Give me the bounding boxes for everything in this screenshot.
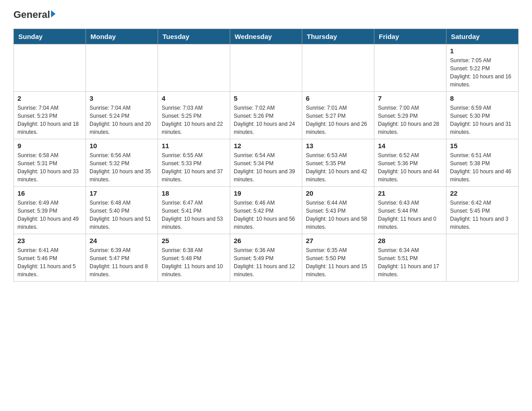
day-cell: 7Sunrise: 7:00 AM Sunset: 5:29 PM Daylig…: [374, 92, 446, 139]
day-cell: 15Sunrise: 6:51 AM Sunset: 5:38 PM Dayli…: [446, 139, 519, 187]
day-number: 21: [378, 189, 442, 197]
weekday-header-thursday: Thursday: [302, 29, 374, 44]
day-cell: [374, 44, 446, 92]
day-cell: [14, 44, 86, 92]
day-info: Sunrise: 6:38 AM Sunset: 5:48 PM Dayligh…: [162, 246, 226, 278]
day-info: Sunrise: 6:59 AM Sunset: 5:30 PM Dayligh…: [450, 104, 515, 136]
day-info: Sunrise: 6:47 AM Sunset: 5:41 PM Dayligh…: [162, 199, 226, 231]
day-info: Sunrise: 7:00 AM Sunset: 5:29 PM Dayligh…: [378, 104, 442, 136]
day-info: Sunrise: 6:49 AM Sunset: 5:39 PM Dayligh…: [17, 199, 82, 231]
day-number: 22: [450, 189, 515, 197]
day-number: 19: [234, 189, 298, 197]
day-number: 9: [17, 142, 82, 150]
day-info: Sunrise: 7:01 AM Sunset: 5:27 PM Dayligh…: [306, 104, 370, 136]
day-cell: [230, 44, 302, 92]
day-number: 6: [306, 94, 370, 102]
logo-general-text: General: [13, 9, 50, 21]
day-info: Sunrise: 6:55 AM Sunset: 5:33 PM Dayligh…: [162, 151, 226, 184]
day-info: Sunrise: 6:56 AM Sunset: 5:32 PM Dayligh…: [90, 151, 154, 184]
day-cell: 16Sunrise: 6:49 AM Sunset: 5:39 PM Dayli…: [14, 187, 86, 234]
day-info: Sunrise: 7:04 AM Sunset: 5:23 PM Dayligh…: [17, 104, 82, 136]
day-cell: [302, 44, 374, 92]
day-number: 16: [17, 189, 82, 197]
day-cell: 6Sunrise: 7:01 AM Sunset: 5:27 PM Daylig…: [302, 92, 374, 139]
day-cell: 3Sunrise: 7:04 AM Sunset: 5:24 PM Daylig…: [86, 92, 158, 139]
week-row-2: 2Sunrise: 7:04 AM Sunset: 5:23 PM Daylig…: [14, 92, 519, 139]
day-number: 8: [450, 94, 515, 102]
day-cell: [86, 44, 158, 92]
day-number: 11: [162, 142, 226, 150]
day-number: 17: [90, 189, 154, 197]
day-info: Sunrise: 6:43 AM Sunset: 5:44 PM Dayligh…: [378, 199, 442, 231]
weekday-header-tuesday: Tuesday: [158, 29, 230, 44]
day-cell: 13Sunrise: 6:53 AM Sunset: 5:35 PM Dayli…: [302, 139, 374, 187]
day-info: Sunrise: 6:52 AM Sunset: 5:36 PM Dayligh…: [378, 151, 442, 184]
day-info: Sunrise: 6:44 AM Sunset: 5:43 PM Dayligh…: [306, 199, 370, 231]
day-info: Sunrise: 6:39 AM Sunset: 5:47 PM Dayligh…: [90, 246, 154, 278]
day-number: 3: [90, 94, 154, 102]
day-cell: 19Sunrise: 6:46 AM Sunset: 5:42 PM Dayli…: [230, 187, 302, 234]
day-cell: 26Sunrise: 6:36 AM Sunset: 5:49 PM Dayli…: [230, 234, 302, 282]
logo-general: General: [13, 9, 56, 21]
day-cell: [446, 234, 519, 282]
weekday-header-monday: Monday: [86, 29, 158, 44]
logo-arrow-icon: [51, 10, 56, 17]
day-cell: 1Sunrise: 7:05 AM Sunset: 5:22 PM Daylig…: [446, 44, 519, 92]
day-info: Sunrise: 6:58 AM Sunset: 5:31 PM Dayligh…: [17, 151, 82, 184]
page-header: General: [13, 9, 519, 20]
day-cell: [158, 44, 230, 92]
calendar-table: SundayMondayTuesdayWednesdayThursdayFrid…: [13, 29, 519, 282]
day-cell: 17Sunrise: 6:48 AM Sunset: 5:40 PM Dayli…: [86, 187, 158, 234]
weekday-header-sunday: Sunday: [14, 29, 86, 44]
day-info: Sunrise: 6:54 AM Sunset: 5:34 PM Dayligh…: [234, 151, 298, 184]
day-info: Sunrise: 7:02 AM Sunset: 5:26 PM Dayligh…: [234, 104, 298, 136]
day-cell: 21Sunrise: 6:43 AM Sunset: 5:44 PM Dayli…: [374, 187, 446, 234]
day-cell: 11Sunrise: 6:55 AM Sunset: 5:33 PM Dayli…: [158, 139, 230, 187]
day-cell: 25Sunrise: 6:38 AM Sunset: 5:48 PM Dayli…: [158, 234, 230, 282]
day-number: 13: [306, 142, 370, 150]
week-row-3: 9Sunrise: 6:58 AM Sunset: 5:31 PM Daylig…: [14, 139, 519, 187]
weekday-header-row: SundayMondayTuesdayWednesdayThursdayFrid…: [14, 29, 519, 44]
day-number: 5: [234, 94, 298, 102]
day-number: 15: [450, 142, 515, 150]
day-info: Sunrise: 6:48 AM Sunset: 5:40 PM Dayligh…: [90, 199, 154, 231]
day-info: Sunrise: 7:03 AM Sunset: 5:25 PM Dayligh…: [162, 104, 226, 136]
weekday-header-saturday: Saturday: [446, 29, 519, 44]
day-number: 25: [162, 237, 226, 244]
day-cell: 14Sunrise: 6:52 AM Sunset: 5:36 PM Dayli…: [374, 139, 446, 187]
day-number: 7: [378, 94, 442, 102]
day-info: Sunrise: 6:51 AM Sunset: 5:38 PM Dayligh…: [450, 151, 515, 184]
day-number: 12: [234, 142, 298, 150]
day-info: Sunrise: 6:46 AM Sunset: 5:42 PM Dayligh…: [234, 199, 298, 231]
day-cell: 2Sunrise: 7:04 AM Sunset: 5:23 PM Daylig…: [14, 92, 86, 139]
day-cell: 12Sunrise: 6:54 AM Sunset: 5:34 PM Dayli…: [230, 139, 302, 187]
week-row-5: 23Sunrise: 6:41 AM Sunset: 5:46 PM Dayli…: [14, 234, 519, 282]
day-number: 14: [378, 142, 442, 150]
week-row-1: 1Sunrise: 7:05 AM Sunset: 5:22 PM Daylig…: [14, 44, 519, 92]
day-number: 4: [162, 94, 226, 102]
day-number: 20: [306, 189, 370, 197]
day-cell: 5Sunrise: 7:02 AM Sunset: 5:26 PM Daylig…: [230, 92, 302, 139]
day-number: 10: [90, 142, 154, 150]
day-number: 26: [234, 237, 298, 244]
day-cell: 24Sunrise: 6:39 AM Sunset: 5:47 PM Dayli…: [86, 234, 158, 282]
day-number: 1: [450, 47, 515, 55]
week-row-4: 16Sunrise: 6:49 AM Sunset: 5:39 PM Dayli…: [14, 187, 519, 234]
day-info: Sunrise: 6:53 AM Sunset: 5:35 PM Dayligh…: [306, 151, 370, 184]
day-cell: 27Sunrise: 6:35 AM Sunset: 5:50 PM Dayli…: [302, 234, 374, 282]
day-info: Sunrise: 7:04 AM Sunset: 5:24 PM Dayligh…: [90, 104, 154, 136]
day-cell: 20Sunrise: 6:44 AM Sunset: 5:43 PM Dayli…: [302, 187, 374, 234]
day-info: Sunrise: 6:35 AM Sunset: 5:50 PM Dayligh…: [306, 246, 370, 278]
weekday-header-wednesday: Wednesday: [230, 29, 302, 44]
day-number: 24: [90, 237, 154, 244]
weekday-header-friday: Friday: [374, 29, 446, 44]
day-cell: 22Sunrise: 6:42 AM Sunset: 5:45 PM Dayli…: [446, 187, 519, 234]
day-info: Sunrise: 7:05 AM Sunset: 5:22 PM Dayligh…: [450, 56, 515, 89]
day-cell: 10Sunrise: 6:56 AM Sunset: 5:32 PM Dayli…: [86, 139, 158, 187]
day-cell: 18Sunrise: 6:47 AM Sunset: 5:41 PM Dayli…: [158, 187, 230, 234]
day-number: 28: [378, 237, 442, 244]
day-cell: 23Sunrise: 6:41 AM Sunset: 5:46 PM Dayli…: [14, 234, 86, 282]
day-info: Sunrise: 6:41 AM Sunset: 5:46 PM Dayligh…: [17, 246, 82, 278]
day-info: Sunrise: 6:36 AM Sunset: 5:49 PM Dayligh…: [234, 246, 298, 278]
day-number: 2: [17, 94, 82, 102]
